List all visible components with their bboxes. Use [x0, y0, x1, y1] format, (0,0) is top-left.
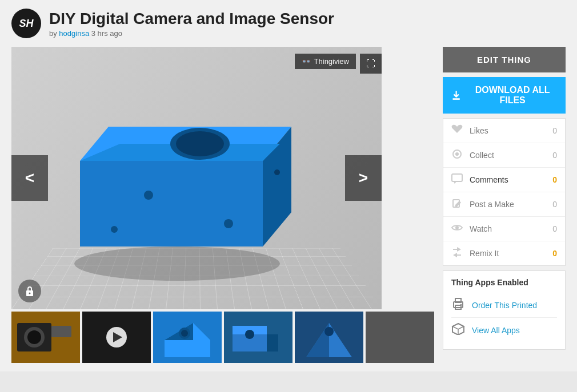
- thumbnail-6[interactable]: [366, 312, 434, 363]
- remix-icon: [451, 247, 465, 260]
- eye-icon: [451, 223, 465, 235]
- svg-rect-26: [267, 334, 278, 351]
- svg-point-16: [27, 330, 41, 344]
- time-ago: 3 hrs ago: [91, 29, 122, 38]
- viewer-background: [11, 47, 382, 309]
- svg-point-9: [111, 226, 118, 233]
- thumbnail-2[interactable]: [82, 312, 151, 363]
- viewer-container: < > 👓 Thingiview ⛶: [11, 47, 382, 309]
- svg-point-12: [29, 293, 31, 294]
- fullscreen-button[interactable]: ⛶: [360, 54, 382, 74]
- prev-button[interactable]: <: [11, 155, 48, 201]
- view-apps-row[interactable]: View All Apps: [451, 318, 557, 342]
- svg-point-27: [245, 330, 254, 339]
- site-logo: SH: [11, 9, 41, 38]
- svg-point-8: [224, 219, 233, 228]
- 3d-model-svg: [46, 70, 343, 292]
- remix-label: Remix It: [470, 249, 552, 258]
- svg-point-22: [181, 330, 188, 337]
- thingiview-icon: 👓: [302, 57, 311, 66]
- svg-point-36: [455, 226, 459, 229]
- heart-icon: [451, 124, 465, 137]
- thumb-svg-5: [295, 312, 363, 363]
- apps-section: Thing Apps Enabled Order This Printed: [443, 270, 566, 350]
- next-button[interactable]: >: [345, 155, 382, 201]
- play-icon: [113, 332, 122, 342]
- author-link[interactable]: hodginsa: [59, 29, 89, 38]
- view-apps-label: View All Apps: [472, 326, 520, 335]
- comments-row[interactable]: Comments 0: [443, 168, 565, 192]
- comment-icon: [451, 173, 465, 186]
- order-print-label: Order This Printed: [472, 301, 537, 310]
- play-button[interactable]: [106, 327, 127, 347]
- printer-icon: [451, 297, 467, 313]
- collect-icon: [451, 149, 465, 161]
- svg-point-40: [460, 304, 462, 306]
- thumbnail-1[interactable]: [11, 312, 80, 363]
- thingiview-button[interactable]: 👓 Thingiview: [295, 54, 356, 69]
- watch-label: Watch: [470, 224, 552, 233]
- svg-point-31: [324, 327, 334, 336]
- remix-count: 0: [552, 249, 557, 258]
- likes-label: Likes: [470, 126, 552, 135]
- comments-label: Comments: [470, 175, 552, 184]
- edit-thing-button[interactable]: EDIT THING: [443, 47, 566, 72]
- page-title: DIY Digital Camera and Image Sensor: [49, 9, 334, 29]
- svg-point-10: [274, 169, 280, 175]
- image-section: < > 👓 Thingiview ⛶: [11, 47, 434, 363]
- lock-icon: [24, 285, 35, 297]
- sidebar: EDIT THING DOWNLOAD ALL FILES Likes 0: [443, 47, 566, 363]
- svg-point-7: [144, 191, 153, 200]
- svg-marker-1: [80, 161, 263, 246]
- lock-button[interactable]: [18, 280, 41, 302]
- svg-point-6: [176, 131, 224, 156]
- thumbnail-5[interactable]: [295, 312, 363, 363]
- post-make-row[interactable]: Post a Make 0: [443, 192, 565, 217]
- thumbnail-3[interactable]: [153, 312, 222, 363]
- post-make-label: Post a Make: [470, 200, 552, 209]
- svg-rect-34: [452, 174, 462, 181]
- header-info: DIY Digital Camera and Image Sensor by h…: [49, 9, 334, 38]
- stats-panel: Likes 0 Collect 0 Comments: [443, 118, 566, 266]
- comments-count: 0: [552, 175, 557, 184]
- header-sub: by hodginsa 3 hrs ago: [49, 29, 334, 38]
- remix-row[interactable]: Remix It 0: [443, 241, 565, 265]
- thumbnail-4[interactable]: [224, 312, 292, 363]
- post-make-count: 0: [552, 200, 557, 209]
- page-header: SH DIY Digital Camera and Image Sensor b…: [11, 9, 566, 38]
- likes-row[interactable]: Likes 0: [443, 119, 565, 143]
- svg-point-0: [74, 246, 280, 281]
- download-all-button[interactable]: DOWNLOAD ALL FILES: [443, 77, 566, 114]
- watch-count: 0: [552, 224, 557, 233]
- main-layout: < > 👓 Thingiview ⛶: [11, 47, 566, 363]
- cube-icon: [451, 322, 467, 338]
- logo-text: SH: [19, 18, 33, 30]
- thumb-svg-3: [153, 312, 222, 363]
- download-icon: [451, 89, 462, 102]
- watch-row[interactable]: Watch 0: [443, 217, 565, 241]
- thumbnails-row: [11, 312, 434, 363]
- thumb-svg-1: [11, 312, 80, 363]
- collect-row[interactable]: Collect 0: [443, 143, 565, 168]
- collect-label: Collect: [470, 151, 552, 160]
- order-print-row[interactable]: Order This Printed: [451, 293, 557, 318]
- collect-count: 0: [552, 151, 557, 160]
- fullscreen-icon: ⛶: [366, 59, 375, 69]
- svg-point-33: [455, 152, 459, 156]
- pencil-icon: [451, 198, 465, 211]
- likes-count: 0: [552, 126, 557, 135]
- svg-rect-17: [51, 326, 71, 337]
- thumb-svg-4: [224, 312, 292, 363]
- apps-title: Thing Apps Enabled: [451, 278, 557, 287]
- svg-marker-42: [452, 324, 464, 329]
